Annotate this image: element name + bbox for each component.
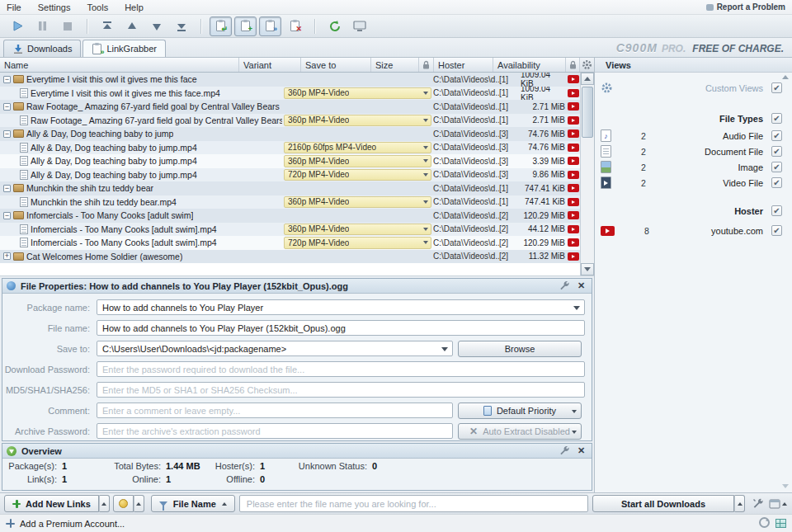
table-row[interactable]: − Infomercials - Too Many Cooks [adult s…	[0, 209, 580, 223]
table-row[interactable]: Ally & Day, Dog teaching baby to jump.mp…	[0, 168, 580, 182]
pause-downloads-button[interactable]	[31, 16, 54, 36]
move-down-button[interactable]	[145, 16, 167, 36]
variant-combo[interactable]: 720p MP4-Video	[284, 169, 431, 181]
donate-menu-button[interactable]	[134, 495, 144, 512]
save-to-combo[interactable]	[97, 341, 453, 356]
expander-icon[interactable]: −	[3, 130, 11, 138]
clipboard-observer-toggle[interactable]: +	[234, 16, 257, 36]
youtube-checkbox[interactable]: ✔	[771, 225, 782, 236]
add-links-toggle[interactable]: »	[259, 16, 281, 36]
hoster-checkbox[interactable]: ✔	[771, 205, 782, 216]
move-to-top-button[interactable]	[96, 16, 118, 36]
column-header-name[interactable]: Name	[0, 58, 239, 72]
sidebar-scroll-up-icon[interactable]	[782, 75, 789, 79]
report-a-problem-link[interactable]: Report a Problem	[706, 2, 785, 12]
comment-input[interactable]	[97, 403, 453, 418]
table-row[interactable]: − Munchkin the shih tzu teddy bear C:\Da…	[0, 181, 580, 195]
variant-combo[interactable]: 360p MP4-Video	[284, 196, 431, 209]
browse-button[interactable]: Browse	[458, 341, 582, 357]
package-name-input[interactable]	[97, 299, 585, 315]
table-row[interactable]: Munchkin the shih tzu teddy bear.mp4 360…	[0, 195, 580, 210]
panel-settings-button[interactable]	[558, 445, 570, 457]
sidebar-scroll-down-icon[interactable]	[782, 484, 789, 488]
start-all-downloads-button[interactable]: Start all Downloads	[592, 495, 734, 512]
column-lock-button[interactable]	[566, 58, 580, 72]
archive-password-input[interactable]	[97, 423, 453, 439]
scroll-down-button[interactable]	[581, 263, 594, 275]
column-lock-button[interactable]	[419, 58, 434, 72]
file-type-checkbox[interactable]: ✔	[771, 162, 782, 172]
expander-icon[interactable]: −	[3, 185, 11, 192]
variant-combo[interactable]: 720p MP4-Video	[284, 237, 431, 249]
table-row[interactable]: − Ally & Day, Dog teaching baby to jump …	[0, 127, 580, 141]
search-filter-button[interactable]: File Name	[151, 495, 235, 512]
file-types-checkbox[interactable]: ✔	[771, 113, 782, 124]
menu-tools[interactable]: Tools	[87, 2, 108, 12]
variant-combo[interactable]: 360p MP4-Video	[284, 224, 431, 236]
custom-views-checkbox[interactable]: ✔	[771, 82, 782, 93]
stop-downloads-button[interactable]	[56, 16, 78, 36]
checksum-input[interactable]	[97, 382, 585, 398]
table-row[interactable]: Infomercials - Too Many Cooks [adult swi…	[0, 236, 580, 250]
paste-links-toggle[interactable]: ↵	[210, 16, 232, 36]
refresh-button[interactable]	[323, 16, 346, 36]
start-all-menu-button[interactable]	[734, 495, 745, 512]
tab-linkgrabber[interactable]: » LinkGrabber	[82, 40, 166, 57]
move-up-button[interactable]	[120, 16, 143, 36]
column-header-save-to[interactable]: Save to	[301, 58, 371, 72]
column-header-availability[interactable]: Availability	[493, 58, 566, 72]
reconnect-icon[interactable]	[758, 516, 771, 530]
priority-button[interactable]: Default Priority	[458, 403, 582, 419]
table-row[interactable]: Raw Footage_ Amazing 67-yard field goal …	[0, 114, 580, 128]
menu-help[interactable]: Help	[125, 2, 144, 12]
donate-button[interactable]	[113, 495, 134, 512]
add-new-links-button[interactable]: Add New Links	[4, 495, 99, 512]
tab-downloads[interactable]: Downloads	[3, 40, 81, 57]
captcha-monitor-button[interactable]	[348, 16, 370, 36]
variant-combo[interactable]: 2160p 60fps MP4-Video	[284, 142, 431, 154]
expander-icon[interactable]: −	[3, 212, 11, 219]
variant-combo[interactable]: 360p MP4-Video	[284, 155, 431, 167]
package-name-combo[interactable]	[97, 299, 585, 315]
variant-combo[interactable]: 360p MP4-Video	[284, 115, 431, 127]
add-premium-account-link[interactable]: Add a Premium Account...	[20, 519, 125, 529]
file-type-checkbox[interactable]: ✔	[771, 146, 782, 157]
table-row[interactable]: − Raw Footage_ Amazing 67-yard field goa…	[0, 100, 580, 114]
file-name-input[interactable]	[97, 320, 585, 336]
table-row[interactable]: Everytime I visit this owl it gives me t…	[0, 87, 580, 101]
table-row[interactable]: + Cat Welcomes Home Soldier (awesome) C:…	[0, 250, 580, 264]
panel-close-button[interactable]: ✕	[575, 280, 587, 292]
add-new-links-menu-button[interactable]	[99, 495, 110, 512]
expander-icon[interactable]: −	[3, 103, 11, 111]
column-header-variant[interactable]: Variant	[239, 58, 301, 72]
menu-settings[interactable]: Settings	[38, 2, 71, 12]
table-row[interactable]: Ally & Day, Dog teaching baby to jump.mp…	[0, 141, 580, 155]
table-row[interactable]: Ally & Day, Dog teaching baby to jump.mp…	[0, 154, 580, 168]
column-settings-button[interactable]	[580, 58, 594, 72]
move-to-bottom-button[interactable]	[170, 16, 192, 36]
variant-combo[interactable]: 360p MP4-Video	[284, 87, 431, 100]
panel-settings-button[interactable]	[558, 280, 570, 292]
clear-list-button[interactable]: ✕	[284, 16, 306, 36]
column-header-size[interactable]: Size	[371, 58, 419, 72]
panel-close-button[interactable]: ✕	[575, 445, 587, 457]
expander-icon[interactable]: +	[3, 252, 11, 260]
scrollbar-thumb[interactable]	[582, 87, 593, 138]
save-to-input[interactable]	[97, 341, 453, 356]
table-row[interactable]: Infomercials - Too Many Cooks [adult swi…	[0, 223, 580, 237]
menu-file[interactable]: File	[7, 2, 21, 12]
column-header-hoster[interactable]: Hoster	[434, 58, 493, 72]
settings-tools-button[interactable]	[748, 495, 768, 512]
start-downloads-button[interactable]	[7, 16, 29, 36]
expander-icon[interactable]: −	[3, 76, 11, 83]
table-scrollbar[interactable]	[580, 73, 594, 275]
auto-extract-button[interactable]: ✕ Auto Extract Disabled	[458, 423, 582, 440]
file-type-checkbox[interactable]: ✔	[771, 177, 782, 188]
table-row[interactable]: − Everytime I visit this owl it gives me…	[0, 73, 580, 87]
layout-grid-icon[interactable]	[776, 519, 786, 528]
layout-menu-button[interactable]	[768, 495, 788, 512]
filename-search-input[interactable]	[239, 495, 588, 512]
file-type-checkbox[interactable]: ✔	[771, 130, 782, 141]
download-password-input[interactable]	[97, 361, 585, 377]
scroll-up-button[interactable]	[581, 73, 594, 85]
